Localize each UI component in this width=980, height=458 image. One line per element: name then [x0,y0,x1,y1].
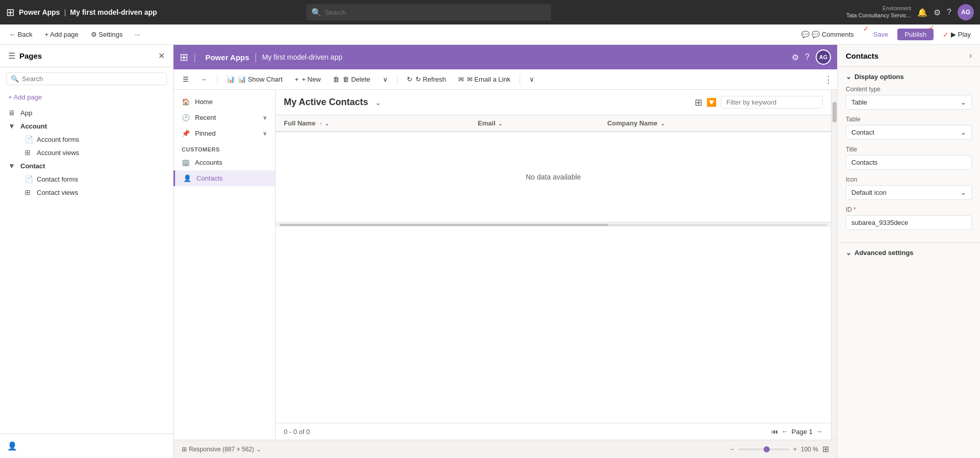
col-full-name[interactable]: Full Name ↑ ⌄ [276,115,470,132]
add-page-button[interactable]: + Add page [40,29,84,40]
delete-button[interactable]: 🗑 🗑 Delete [328,73,375,85]
inner-nav-home[interactable]: 🏠 Home [174,94,275,110]
advanced-collapse-icon: ⌄ [846,249,851,257]
more-button[interactable]: ··· [130,29,145,40]
right-panel: Contacts › ⌄ Display options Content typ… [837,45,980,458]
recent-icon: 🕐 [182,114,190,121]
gear-icon[interactable]: ⚙ [934,8,941,17]
col-email-chevron[interactable]: ⌄ [498,121,502,126]
avatar[interactable]: AG [958,4,974,20]
inner-menu-icon: ☰ [183,75,189,83]
sort-icon: ↑ [320,121,322,126]
col-company-chevron[interactable]: ⌄ [660,121,665,126]
inner-avatar[interactable]: AG [816,49,831,65]
contact-forms-label: Contact forms [37,175,78,183]
title-input[interactable] [846,155,972,170]
search-input[interactable] [325,9,546,16]
new-button[interactable]: + + New [290,73,326,85]
icon-select[interactable]: Default icon ⌄ [846,185,972,200]
filter-icon[interactable]: 🔽 [706,97,717,107]
inner-back-button[interactable]: ← [196,73,213,85]
inner-nav-accounts[interactable]: 🏢 Accounts [174,155,275,170]
toolbar-divider-3 [520,74,520,85]
more-actions-icon[interactable]: ⋮ [824,74,833,85]
contact-sub-items: 📄 Contact forms ⊞ Contact views [0,172,173,199]
new-label: + New [302,75,321,83]
nav-group-account[interactable]: ▼ Account ··· [0,119,173,133]
nav-group-contact[interactable]: ▼ Contact [0,159,173,172]
waffle-icon[interactable]: ⊞ [6,6,15,18]
display-options-label: Display options [854,73,904,81]
inner-waffle-icon[interactable]: ⊞ [180,51,188,63]
responsive-label[interactable]: ⊞ Responsive (887 × 562) ⌄ [182,446,261,453]
expand-icon[interactable]: ⊞ [822,444,829,454]
display-options-header[interactable]: ⌄ Display options [846,73,972,81]
contact-views-label: Contact views [37,189,78,196]
collapse-nav-icon[interactable]: ☰ [8,51,15,61]
settings-button[interactable]: ⚙ Settings [86,29,128,40]
global-search[interactable]: 🔍 [306,4,551,20]
bottom-status-bar: ⊞ Responsive (887 × 562) ⌄ − + 100 % ⊞ [174,440,837,458]
bell-icon[interactable]: 🔔 [917,8,927,17]
inner-nav-contacts[interactable]: 👤 Contacts [174,170,275,186]
col-company-name[interactable]: Company Name ⌄ [599,115,831,132]
toolbar-divider-2 [397,74,398,85]
delete-icon: 🗑 [333,75,339,83]
contacts-label: Contacts [197,174,223,182]
inner-help-icon[interactable]: ? [805,53,810,62]
help-icon[interactable]: ? [947,8,951,17]
add-page-button[interactable]: + Add page [0,90,173,104]
nav-item-account-views[interactable]: ⊞ Account views [14,146,173,159]
close-left-panel-icon[interactable]: ✕ [158,51,165,61]
show-chart-button[interactable]: 📊 📊 Show Chart [222,73,288,85]
content-type-select[interactable]: Table ⌄ [846,95,972,110]
nav-item-contact-forms[interactable]: 📄 Contact forms [14,172,173,186]
page-next-icon[interactable]: → [816,427,823,436]
col-email[interactable]: Email ⌄ [470,115,599,132]
horizontal-scrollbar[interactable] [276,222,831,227]
filter-keyword-input[interactable] [721,96,823,109]
account-sub-items: 📄 Account forms ⊞ Account views [0,133,173,159]
delete-label: 🗑 Delete [342,75,370,83]
recent-label: Recent [195,114,216,121]
zoom-minus-icon[interactable]: − [730,446,734,453]
nav-item-app[interactable]: 🖥 App [0,106,173,119]
expand-down-button[interactable]: ∨ [378,73,393,85]
pages-search[interactable]: 🔍 [6,72,167,85]
inner-nav: 🏠 Home 🕐 Recent ∨ 📌 Pinned ∨ [174,90,276,440]
page-prev-icon[interactable]: ← [781,427,789,436]
save-button[interactable]: ✓ Save [863,29,894,40]
inner-toolbar: ☰ ← 📊 📊 Show Chart + + New 🗑 🗑 Delete ∨ [174,69,837,90]
expand-down-2-button[interactable]: ∨ [524,73,540,85]
table-select[interactable]: Contact ⌄ [846,125,972,140]
play-button[interactable]: ✓ ▶ Play [938,29,976,41]
nav-item-contact-views[interactable]: ⊞ Contact views [14,186,173,199]
recent-expand-icon[interactable]: ∨ [263,114,267,121]
zoom-plus-icon[interactable]: + [793,446,797,453]
right-panel-expand-icon[interactable]: › [969,51,972,60]
environment-info: Environment Tata Consultancy Servic... [846,5,911,19]
data-title-chevron[interactable]: ⌄ [375,98,381,107]
person-icon[interactable]: 👤 [4,438,20,454]
inner-gear-icon[interactable]: ⚙ [792,53,799,62]
inner-menu-icon-btn[interactable]: ☰ [178,73,194,85]
pinned-expand-icon[interactable]: ∨ [263,130,267,137]
page-first-icon[interactable]: ⏮ [771,427,778,436]
publish-button[interactable]: ✓ Publish [897,29,934,40]
advanced-settings-section[interactable]: ⌄ Advanced settings [838,243,980,263]
play-checkmark-icon: ✓ [943,31,949,39]
nav-item-account-forms[interactable]: 📄 Account forms [14,133,173,146]
refresh-button[interactable]: ↻ ↻ Refresh [402,73,451,85]
grid-view-icon[interactable]: ⊞ [695,97,702,108]
back-button[interactable]: ← Back [4,29,38,40]
inner-nav-pinned[interactable]: 📌 Pinned ∨ [174,125,275,141]
vertical-scrollbar[interactable] [831,90,837,440]
zoom-slider[interactable] [738,448,789,450]
id-input[interactable] [846,215,972,230]
comments-button[interactable]: 💬 💬 Comments [796,29,859,40]
email-link-button[interactable]: ✉ ✉ Email a Link [453,73,516,85]
env-name: Tata Consultancy Servic... [846,12,911,19]
pages-search-input[interactable] [22,75,162,83]
inner-nav-recent[interactable]: 🕐 Recent ∨ [174,110,275,125]
col-full-name-chevron[interactable]: ⌄ [325,121,329,126]
